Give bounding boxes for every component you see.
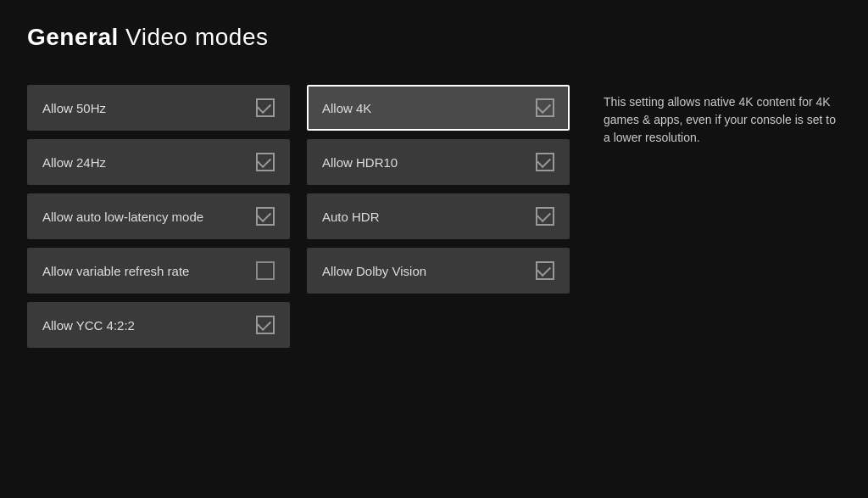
checkbox-allow-variable-refresh	[256, 261, 275, 280]
checkbox-allow-ycc	[256, 316, 275, 334]
checkbox-allow-hdr10	[536, 153, 554, 171]
checkbox-allow-auto-low-latency	[256, 207, 275, 226]
left-column: Allow 50HzAllow 24HzAllow auto low-laten…	[27, 85, 290, 348]
checkbox-allow-dolby-vision	[536, 261, 554, 280]
setting-item-auto-hdr[interactable]: Auto HDR	[307, 193, 570, 239]
description-text: This setting allows native 4K content fo…	[604, 93, 841, 147]
setting-label-allow-hdr10: Allow HDR10	[322, 155, 398, 170]
checkbox-auto-hdr	[536, 207, 554, 226]
setting-label-auto-hdr: Auto HDR	[322, 210, 380, 224]
setting-item-allow-4k[interactable]: Allow 4K	[307, 85, 570, 131]
setting-label-allow-4k: Allow 4K	[322, 101, 371, 115]
setting-item-allow-50hz[interactable]: Allow 50Hz	[27, 85, 290, 131]
setting-item-allow-24hz[interactable]: Allow 24Hz	[27, 139, 290, 185]
setting-item-allow-hdr10[interactable]: Allow HDR10	[307, 139, 570, 185]
checkbox-allow-24hz	[256, 153, 275, 171]
setting-item-allow-auto-low-latency[interactable]: Allow auto low-latency mode	[27, 193, 290, 239]
setting-item-allow-dolby-vision[interactable]: Allow Dolby Vision	[307, 248, 570, 294]
checkbox-allow-4k	[536, 98, 554, 117]
description-column: This setting allows native 4K content fo…	[587, 85, 841, 348]
setting-label-allow-auto-low-latency: Allow auto low-latency mode	[42, 210, 203, 224]
checkbox-allow-50hz	[256, 98, 275, 117]
right-column: Allow 4KAllow HDR10Auto HDRAllow Dolby V…	[307, 85, 570, 348]
setting-item-allow-ycc[interactable]: Allow YCC 4:2:2	[27, 302, 290, 348]
setting-label-allow-50hz: Allow 50Hz	[42, 101, 106, 115]
page-title: General Video modes	[27, 24, 269, 51]
setting-label-allow-dolby-vision: Allow Dolby Vision	[322, 264, 426, 278]
setting-label-allow-ycc: Allow YCC 4:2:2	[42, 318, 135, 333]
setting-item-allow-variable-refresh[interactable]: Allow variable refresh rate	[27, 248, 290, 294]
setting-label-allow-24hz: Allow 24Hz	[42, 155, 106, 170]
setting-label-allow-variable-refresh: Allow variable refresh rate	[42, 264, 189, 278]
